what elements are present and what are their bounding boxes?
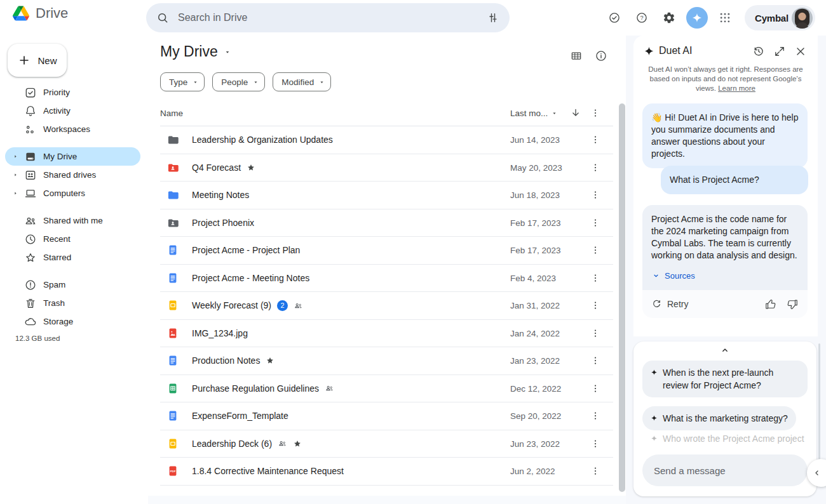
expand-caret-icon[interactable] bbox=[13, 190, 19, 196]
file-menu-button[interactable] bbox=[590, 355, 601, 366]
file-menu-button[interactable] bbox=[590, 465, 601, 477]
file-menu-button[interactable] bbox=[590, 189, 601, 201]
search-bar[interactable] bbox=[146, 3, 510, 32]
file-row[interactable]: Leadership & Organization UpdatesJun 14,… bbox=[160, 126, 613, 154]
file-row[interactable]: Project Acme - Project PlanFeb 17, 2023 bbox=[160, 237, 613, 265]
file-name: Meeting Notes bbox=[192, 182, 249, 209]
star-icon bbox=[24, 251, 37, 264]
suggestion-chip[interactable]: When is the next pre-launch review for P… bbox=[642, 361, 808, 397]
search-options-icon[interactable] bbox=[487, 11, 499, 24]
offline-status-icon[interactable] bbox=[608, 11, 621, 24]
drive-logo[interactable]: Drive bbox=[13, 5, 68, 22]
file-row[interactable]: IMG_1234.jpgJan 24, 2022 bbox=[160, 320, 613, 348]
my-drive-title-dropdown[interactable]: My Drive bbox=[160, 43, 231, 60]
star-icon bbox=[293, 439, 302, 448]
file-menu-button[interactable] bbox=[590, 162, 601, 173]
file-row[interactable]: Weekly Forecast (9)2Jan 31, 2022 bbox=[160, 292, 613, 320]
file-menu-button[interactable] bbox=[590, 300, 601, 311]
column-last-modified[interactable]: Last mo... bbox=[510, 109, 557, 118]
sidebar-item-priority[interactable]: Priority bbox=[5, 83, 140, 102]
thumbs-up-icon[interactable] bbox=[764, 298, 776, 310]
chevron-down-icon bbox=[319, 79, 325, 85]
help-icon[interactable]: ? bbox=[635, 11, 648, 24]
sidebar-item-computers[interactable]: Computers bbox=[5, 184, 140, 202]
filter-bar: TypePeopleModified bbox=[160, 72, 331, 91]
file-row[interactable]: Meeting NotesJun 18, 2023 bbox=[160, 182, 613, 209]
file-row[interactable]: Project Acme - Meeting NotesFeb 4, 2023 bbox=[160, 265, 613, 293]
sidebar-item-spam[interactable]: Spam bbox=[5, 275, 140, 294]
sidebar-item-storage[interactable]: Storage bbox=[5, 312, 140, 331]
sidebar-item-shared-with-me[interactable]: Shared with me bbox=[5, 211, 140, 230]
search-icon bbox=[156, 11, 169, 24]
last-modified-date: Jan 31, 2022 bbox=[510, 301, 560, 310]
file-menu-button[interactable] bbox=[590, 410, 601, 421]
file-row[interactable]: ExpenseForm_TemplateSep 20, 2022 bbox=[160, 402, 613, 430]
message-input-box[interactable] bbox=[642, 454, 808, 486]
docs-icon bbox=[166, 354, 179, 367]
suggestion-chip[interactable]: Who wrote the Project Acme project bbox=[642, 427, 808, 451]
grid-view-toggle-icon[interactable] bbox=[570, 50, 583, 62]
last-modified-date: Feb 4, 2023 bbox=[510, 273, 556, 282]
panel-scrollbar[interactable] bbox=[818, 343, 820, 477]
file-row[interactable]: PDF1.8.4 Corrective Maintenance RequestJ… bbox=[160, 458, 613, 486]
settings-gear-icon[interactable] bbox=[663, 11, 675, 24]
list-options-kebab-icon[interactable] bbox=[590, 107, 601, 119]
duet-ai-toggle-button[interactable] bbox=[686, 7, 708, 29]
sources-toggle[interactable]: Sources bbox=[651, 270, 799, 282]
expand-caret-icon[interactable] bbox=[13, 154, 19, 159]
file-row[interactable]: Q4 ForecastMay 20, 2023 bbox=[160, 154, 613, 182]
sidebar-item-workspaces[interactable]: Workspaces bbox=[5, 120, 140, 138]
computers-icon bbox=[24, 187, 37, 200]
filter-people[interactable]: People bbox=[212, 72, 265, 91]
sidebar-item-activity[interactable]: Activity bbox=[5, 102, 140, 120]
people-icon bbox=[24, 215, 37, 227]
chevron-down-icon bbox=[651, 271, 661, 281]
file-row[interactable]: Production NotesJan 23, 2022 bbox=[160, 347, 613, 375]
column-name[interactable]: Name bbox=[160, 109, 183, 118]
sheets-icon bbox=[166, 382, 179, 395]
file-row[interactable]: Purchase Regulation GuidelinesDec 12, 20… bbox=[160, 375, 613, 403]
app-name: Drive bbox=[36, 5, 68, 22]
chevron-up-icon[interactable] bbox=[720, 345, 731, 355]
file-row[interactable]: Project PhoenixFeb 17, 2023 bbox=[160, 209, 613, 237]
file-menu-button[interactable] bbox=[590, 244, 601, 256]
account-pill[interactable]: Cymbal bbox=[745, 5, 815, 30]
file-menu-button[interactable] bbox=[590, 134, 601, 145]
history-icon[interactable] bbox=[752, 45, 765, 58]
chevron-down-icon bbox=[253, 79, 259, 85]
sidebar-item-starred[interactable]: Starred bbox=[5, 248, 140, 267]
info-icon[interactable] bbox=[595, 50, 607, 62]
file-menu-button[interactable] bbox=[590, 217, 601, 229]
sidebar-nav: PriorityActivityWorkspacesMy DriveShared… bbox=[0, 83, 148, 340]
filter-modified[interactable]: Modified bbox=[273, 72, 331, 91]
vertical-scrollbar[interactable] bbox=[619, 103, 625, 492]
thumbs-down-icon[interactable] bbox=[787, 298, 799, 310]
sparkle-icon bbox=[651, 369, 658, 392]
spam-icon bbox=[24, 279, 37, 291]
file-row[interactable]: Leadership Deck (6)Jun 23, 2022 bbox=[160, 430, 613, 458]
file-menu-button[interactable] bbox=[590, 383, 601, 394]
file-menu-button[interactable] bbox=[590, 272, 601, 284]
sidebar-item-my-drive[interactable]: My Drive bbox=[5, 147, 140, 166]
retry-button[interactable]: Retry bbox=[651, 299, 688, 310]
last-modified-date: Jan 24, 2022 bbox=[510, 328, 560, 338]
learn-more-link[interactable]: Learn more bbox=[718, 84, 755, 92]
avatar[interactable] bbox=[792, 8, 813, 29]
filter-type[interactable]: Type bbox=[160, 72, 205, 91]
sidebar-item-shared-drives[interactable]: Shared drives bbox=[5, 166, 140, 184]
sidebar-item-trash[interactable]: Trash bbox=[5, 294, 140, 312]
docs-icon bbox=[166, 409, 179, 422]
message-input[interactable] bbox=[654, 465, 796, 476]
expand-icon[interactable] bbox=[773, 45, 786, 58]
file-menu-button[interactable] bbox=[590, 328, 601, 339]
file-menu-button[interactable] bbox=[590, 438, 601, 449]
search-input[interactable] bbox=[178, 12, 487, 23]
sidebar-item-recent[interactable]: Recent bbox=[5, 230, 140, 248]
sparkle-icon bbox=[644, 46, 654, 56]
new-button[interactable]: New bbox=[8, 44, 67, 77]
sort-direction-icon[interactable] bbox=[570, 107, 581, 119]
last-modified-date: Feb 17, 2023 bbox=[510, 218, 561, 227]
apps-grid-icon[interactable] bbox=[719, 11, 731, 24]
close-icon[interactable] bbox=[794, 45, 807, 58]
expand-caret-icon[interactable] bbox=[13, 172, 19, 178]
